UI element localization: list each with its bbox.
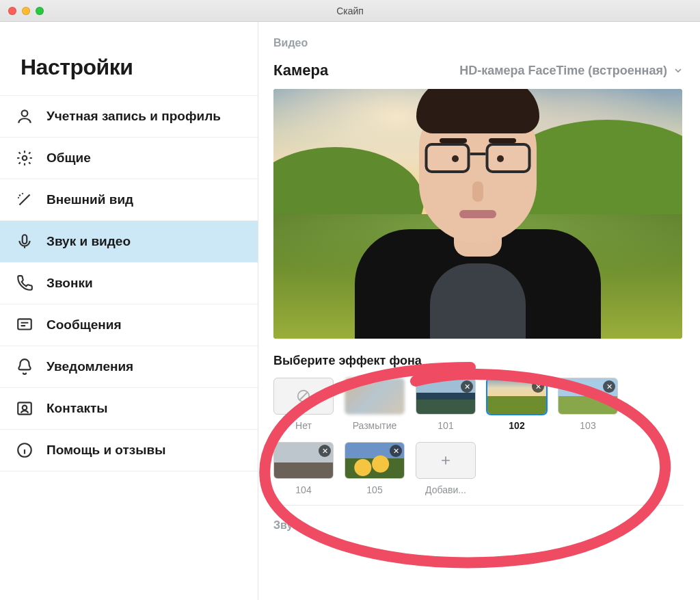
bg-option-label: 104 <box>295 484 311 495</box>
sidebar-item-calls[interactable]: Звонки <box>0 263 258 304</box>
camera-heading: Камера <box>273 62 328 79</box>
remove-bg-icon[interactable]: ✕ <box>319 445 331 457</box>
sidebar-item-help[interactable]: Помощь и отзывы <box>0 430 258 471</box>
sidebar-item-contacts[interactable]: Контакты <box>0 388 258 430</box>
sidebar-item-label: Контакты <box>46 400 108 417</box>
bg-option-label: 105 <box>366 484 382 495</box>
bg-option-label: 103 <box>580 420 595 431</box>
bg-option-add[interactable] <box>416 442 476 479</box>
close-window-button[interactable] <box>8 7 16 15</box>
sidebar-item-appearance[interactable]: Внешний вид <box>0 179 258 221</box>
svg-point-1 <box>23 156 27 161</box>
bg-option-102[interactable]: ✕ <box>487 378 547 415</box>
window-controls <box>8 7 44 15</box>
sidebar-item-messages[interactable]: Сообщения <box>0 304 258 346</box>
bg-option-105[interactable]: ✕ <box>345 442 405 479</box>
bg-option-none[interactable] <box>273 378 334 415</box>
bg-option-104[interactable]: ✕ <box>273 442 334 479</box>
plus-icon <box>439 454 453 467</box>
maximize-window-button[interactable] <box>36 7 44 15</box>
sidebar-item-label: Помощь и отзывы <box>46 442 165 458</box>
bg-option-label: Добави... <box>425 484 466 495</box>
phone-icon <box>15 274 34 293</box>
remove-bg-icon[interactable]: ✕ <box>461 380 473 393</box>
video-section-label: Видео <box>273 37 684 49</box>
camera-preview <box>273 89 682 339</box>
camera-dropdown[interactable]: HD-камера FaceTime (встроенная) <box>459 64 684 78</box>
bell-icon <box>15 357 34 376</box>
svg-rect-4 <box>18 402 31 414</box>
sidebar-item-label: Учетная запись и профиль <box>46 108 221 125</box>
settings-main: Видео Камера HD-камера FaceTime (встроен… <box>258 22 700 600</box>
sidebar-item-label: Внешний вид <box>46 192 133 208</box>
remove-bg-icon[interactable]: ✕ <box>603 380 615 393</box>
info-icon <box>15 441 34 460</box>
chat-icon <box>15 315 34 335</box>
wand-icon <box>15 190 34 209</box>
sidebar-item-label: Звук и видео <box>46 233 131 250</box>
sidebar-item-label: Общие <box>46 150 91 166</box>
remove-bg-icon[interactable]: ✕ <box>532 380 544 393</box>
chevron-down-icon <box>673 65 684 76</box>
bg-option-label: 101 <box>438 420 453 431</box>
bg-option-label: Нет <box>295 420 312 431</box>
remove-bg-icon[interactable]: ✕ <box>390 445 402 457</box>
settings-sidebar: Настройки Учетная запись и профиль Общие… <box>0 22 258 600</box>
contact-icon <box>15 399 34 418</box>
bg-option-103[interactable]: ✕ <box>558 378 618 415</box>
gear-icon <box>15 148 34 168</box>
camera-dropdown-value: HD-камера FaceTime (встроенная) <box>459 64 667 78</box>
bg-option-label: 102 <box>509 420 524 431</box>
sidebar-title: Настройки <box>0 22 258 95</box>
window-titlebar: Скайп <box>0 0 700 22</box>
background-effect-heading: Выберите эффект фона <box>273 354 684 368</box>
background-effect-grid: Нет Размытие ✕ 101 ✕ 102 <box>273 378 684 506</box>
minimize-window-button[interactable] <box>22 7 30 15</box>
audio-section-label: Звук <box>273 519 684 532</box>
sidebar-item-label: Уведомления <box>46 358 133 375</box>
svg-rect-3 <box>18 319 31 329</box>
svg-point-0 <box>22 110 28 116</box>
sidebar-item-label: Звонки <box>46 275 93 291</box>
bg-option-label: Размытие <box>353 420 397 431</box>
window-title: Скайп <box>0 5 700 16</box>
sidebar-item-general[interactable]: Общие <box>0 138 258 179</box>
sidebar-item-label: Сообщения <box>46 317 122 333</box>
svg-rect-2 <box>23 235 27 244</box>
profile-icon <box>15 107 34 126</box>
svg-point-5 <box>23 406 27 410</box>
bg-option-101[interactable]: ✕ <box>416 378 476 415</box>
sidebar-item-notifications[interactable]: Уведомления <box>0 346 258 388</box>
sidebar-item-account[interactable]: Учетная запись и профиль <box>0 95 258 138</box>
mic-icon <box>15 232 34 251</box>
sidebar-item-audio-video[interactable]: Звук и видео <box>0 221 258 263</box>
bg-option-blur[interactable] <box>345 378 405 415</box>
camera-preview-person <box>351 106 604 339</box>
